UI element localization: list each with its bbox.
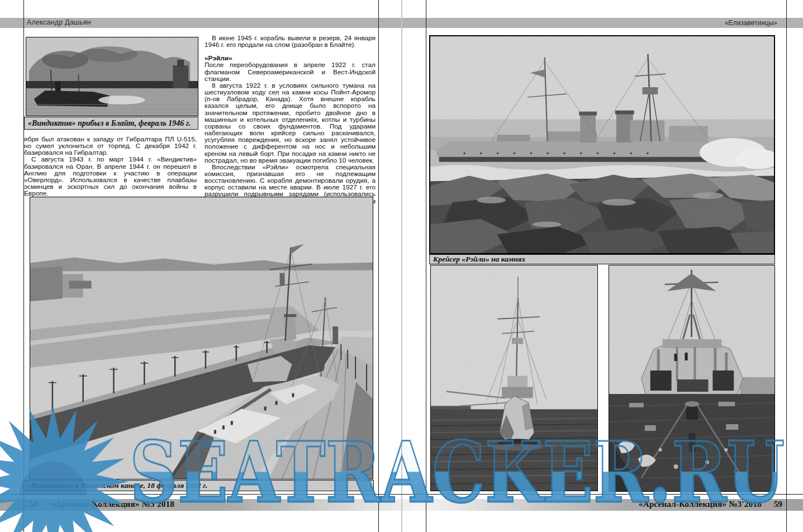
- paragraph: 8 августа 1922 г. в условиях сильного ту…: [205, 82, 376, 164]
- caption-text: «Виндиктив» в Панамском канале, 18 февра…: [27, 481, 207, 490]
- magazine-spread: Александр Дашьян «Елизаветинцы»: [0, 0, 803, 532]
- paragraph: В июне 1945 г. корабль вывели в резерв, …: [205, 35, 376, 48]
- journal-title-left: «Арсенал-Коллекция» №3'2018: [51, 499, 174, 509]
- journal-title-right: «Арсенал-Коллекция» №3'2018: [639, 499, 762, 509]
- photo-vindictive-panama-canal: [30, 197, 373, 479]
- crop-line-left: [23, 0, 24, 532]
- caption-text: Крейсер «Рэйли» на камнях: [433, 255, 525, 264]
- photo-caption: «Виндиктив» в Панамском канале, 18 февра…: [23, 480, 374, 491]
- crop-line-right: [786, 0, 787, 532]
- crop-line-bottom: [0, 494, 803, 495]
- page-number-right: 59: [774, 499, 783, 509]
- page-number-left: 58: [29, 499, 38, 509]
- crop-line-center-left: [378, 0, 379, 532]
- footer-right: «Арсенал-Коллекция» №3'2018 59: [639, 499, 782, 509]
- paragraph: С августа 1943 г. по март 1944 г. «Винди…: [24, 156, 197, 197]
- page-fold-line: [401, 0, 402, 532]
- paragraph: ября был атакован к западу от Гибралтара…: [24, 136, 197, 156]
- photo-caption: Крейсер «Рэйли» на камнях: [429, 254, 775, 264]
- photo-raleigh-bow-view: [430, 265, 598, 491]
- photo-raleigh-deck-view: [609, 265, 775, 492]
- photo-raleigh-on-rocks: [429, 35, 775, 254]
- article-column-2: В июне 1945 г. корабль вывели в резерв, …: [205, 35, 376, 211]
- paragraph: После переоборудования в апреле 1922 г. …: [205, 61, 376, 82]
- photo-caption: «Виндиктив» прибыл в Блайт, февраль 1946…: [24, 117, 198, 130]
- photo-vindictive-blyth: [26, 37, 198, 116]
- header-author-name: Александр Дашьян: [27, 18, 91, 26]
- article-column-1: ября был атакован к западу от Гибралтара…: [24, 136, 197, 197]
- header-section-title: «Елизаветинцы»: [725, 19, 777, 27]
- caption-text: «Виндиктив» прибыл в Блайт, февраль 1946…: [28, 119, 191, 128]
- crop-line-center-right: [426, 0, 426, 532]
